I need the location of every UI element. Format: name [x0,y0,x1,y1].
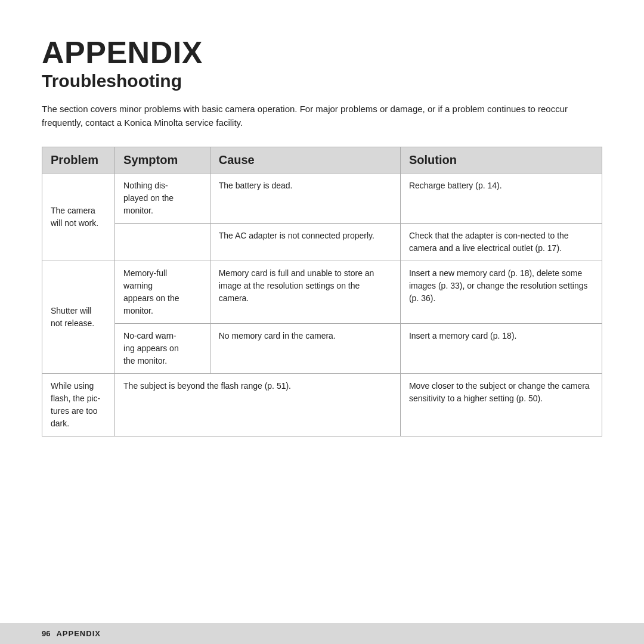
solution-cell: Insert a new memory card (p. 18), delete… [400,261,602,323]
symptom-cell [115,223,210,261]
footer: 96 Appendix [0,623,644,644]
symptom-cell: Nothing dis-played on themonitor. [115,173,210,223]
symptom-cell: No-card warn-ing appears onthe monitor. [115,323,210,373]
solution-cell: Insert a memory card (p. 18). [400,323,602,373]
footer-label: Appendix [56,629,100,638]
solution-cell: Check that the adapter is con-nected to … [400,223,602,261]
cause-cell: Memory card is full and unable to store … [210,261,400,323]
appendix-title: APPENDIX [42,36,602,70]
problem-cell: Shutter willnot release. [42,261,115,373]
troubleshooting-table: Problem Symptom Cause Solution The camer… [42,147,602,436]
table-row: Shutter willnot release.Memory-fullwarni… [42,261,602,323]
col-header-cause: Cause [210,147,400,173]
section-title: Troubleshooting [42,71,602,91]
cause-cell: No memory card in the camera. [210,323,400,373]
solution-cell: Move closer to the subject or change the… [400,373,602,436]
table-row: No-card warn-ing appears onthe monitor.N… [42,323,602,373]
col-header-solution: Solution [400,147,602,173]
problem-cell: The camera will not work. [42,173,115,261]
symptom-cause-combined: The subject is beyond the flash range (p… [115,373,401,436]
col-header-problem: Problem [42,147,115,173]
symptom-cell: Memory-fullwarningappears on themonitor. [115,261,210,323]
table-row: The camera will not work.Nothing dis-pla… [42,173,602,223]
table-row: The AC adapter is not connected properly… [42,223,602,261]
cause-cell: The AC adapter is not connected properly… [210,223,400,261]
problem-cell: While usingflash, the pic-tures are tood… [42,373,115,436]
solution-cell: Recharge battery (p. 14). [400,173,602,223]
page-content: APPENDIX Troubleshooting The section cov… [0,0,644,460]
table-row: While usingflash, the pic-tures are tood… [42,373,602,436]
col-header-symptom: Symptom [115,147,210,173]
footer-page-number: 96 [42,629,50,638]
intro-text: The section covers minor problems with b… [42,102,602,130]
cause-cell: The battery is dead. [210,173,400,223]
